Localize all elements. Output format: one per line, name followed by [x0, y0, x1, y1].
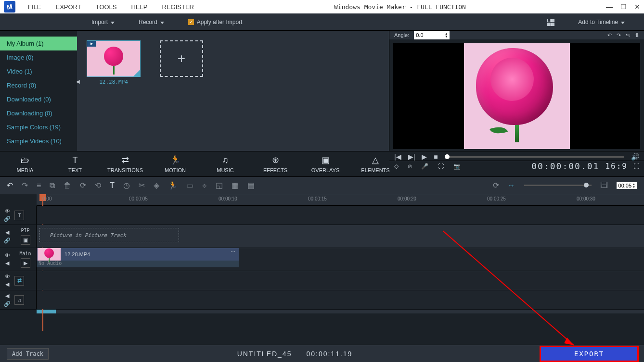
ruler-tick: 0:00 — [42, 196, 52, 201]
clip-menu-icon[interactable]: ⋯ — [231, 249, 236, 254]
angle-input[interactable]: 0.0▲▼ — [414, 31, 450, 39]
timeline-scrollbar[interactable] — [37, 310, 644, 313]
folder-icon: 🗁 — [21, 155, 29, 165]
apply-after-import-checkbox[interactable]: ✓Apply after Import — [188, 19, 243, 25]
menu-help[interactable]: HELP — [131, 3, 148, 11]
duration-input[interactable]: 00:05▲▼ — [617, 182, 637, 189]
sidebar-my-album[interactable]: My Album (1) — [0, 37, 77, 50]
delete-icon[interactable]: 🗑 — [64, 181, 71, 190]
crop-tool-icon[interactable]: ⛶ — [438, 163, 444, 170]
align-icon[interactable]: ≡ — [37, 181, 41, 190]
app-logo: M — [4, 1, 15, 12]
reverse-icon[interactable]: ⟲ — [95, 181, 101, 190]
tab-transitions[interactable]: ⇄TRANSITIONS — [100, 151, 150, 176]
pip-track-body[interactable]: Picture in Picture Track — [37, 225, 644, 248]
text-track: 👁🔗T — [0, 206, 644, 225]
maximize-button[interactable]: ☐ — [620, 3, 627, 11]
sidebar-downloading[interactable]: Downloading (0) — [0, 106, 77, 120]
undo-icon[interactable]: ↶ — [7, 181, 13, 190]
mosaic-icon[interactable]: ▦ — [232, 181, 239, 190]
screen-icon[interactable]: ▭ — [186, 181, 193, 190]
mute-icon[interactable]: ◀ — [5, 260, 9, 266]
eye-icon[interactable]: 👁 — [5, 274, 10, 279]
sidebar-collapse-handle[interactable]: ◀ — [76, 79, 80, 84]
rotate-ccw-icon[interactable]: ↶ — [607, 32, 612, 38]
aspect-ratio-display[interactable]: 16:9 — [605, 162, 628, 171]
text-tool-icon[interactable]: T — [110, 181, 115, 190]
tab-effects[interactable]: ⊛EFFECTS — [250, 151, 300, 176]
marker-icon[interactable]: ◈ — [154, 181, 159, 190]
mute-icon[interactable]: ◀ — [5, 293, 9, 299]
tab-music[interactable]: ♫MUSIC — [200, 151, 250, 176]
snapshot-icon[interactable]: 📷 — [453, 163, 461, 170]
menu-register[interactable]: REGISTER — [162, 3, 194, 11]
crop-icon[interactable]: ⟐ — [202, 181, 207, 190]
next-frame-button[interactable]: ▶| — [408, 153, 415, 161]
tab-motion[interactable]: 🏃MOTION — [150, 151, 200, 176]
run-icon[interactable]: 🏃 — [168, 181, 178, 190]
menu-file[interactable]: FILE — [28, 3, 41, 11]
add-media-button[interactable]: + — [160, 40, 203, 77]
timeline-ruler[interactable]: 0:00 00:00:05 00:00:10 00:00:15 00:00:20… — [37, 194, 644, 206]
import-dropdown[interactable]: Import — [91, 19, 115, 25]
main-track-body[interactable]: 12.28.MP4⋯ No Audio — [37, 248, 644, 271]
add-track-button[interactable]: Add Track — [7, 348, 49, 360]
eye-icon[interactable]: 👁 — [5, 252, 10, 258]
mute-icon[interactable]: ◀ — [5, 229, 9, 236]
redo-icon[interactable]: ↷ — [22, 181, 28, 190]
music-track-body[interactable] — [37, 290, 644, 309]
tab-media[interactable]: 🗁MEDIA — [0, 151, 50, 176]
menu-export[interactable]: EXPORT — [55, 3, 81, 11]
pip-icon[interactable]: ◱ — [216, 181, 223, 190]
fullscreen-icon[interactable]: ⛶ — [633, 163, 639, 170]
music-track-icon: ♫ — [14, 295, 24, 305]
close-button[interactable]: ✕ — [634, 3, 640, 11]
tab-overlays[interactable]: ▣OVERLAYS — [300, 151, 350, 176]
menu-tools[interactable]: TOOLS — [96, 3, 117, 11]
link-icon[interactable]: 🔗 — [4, 301, 11, 307]
sidebar-sample-videos[interactable]: Sample Videos (10) — [0, 134, 77, 148]
mic-icon[interactable]: 🎤 — [421, 163, 428, 170]
ruler-tick: 00:00:05 — [129, 196, 148, 201]
rotate-cw-icon[interactable]: ↷ — [617, 32, 621, 38]
main-track: 👁◀Main▶ 12.28.MP4⋯ No Audio — [0, 248, 644, 271]
zoom-slider[interactable] — [524, 185, 592, 186]
volume-icon[interactable]: 🔊 — [631, 153, 639, 161]
text-track-body[interactable] — [37, 206, 644, 225]
flip-horizontal-icon[interactable]: ⇋ — [626, 32, 630, 38]
film-icon[interactable]: 🎞 — [600, 181, 608, 190]
sidebar-video[interactable]: Video (1) — [0, 64, 77, 78]
cut-icon[interactable]: ✂ — [139, 181, 145, 190]
speed-icon[interactable]: ⟳ — [80, 181, 86, 190]
minimize-button[interactable]: — — [606, 3, 613, 11]
record-dropdown[interactable]: Record — [139, 19, 164, 25]
window-title: Windows Movie Maker - FULL FUNCTION — [194, 3, 606, 11]
flip-vertical-icon[interactable]: ⥮ — [635, 32, 639, 38]
media-clip[interactable]: ▶ 12.28.MP4 — [87, 40, 141, 141]
transitions-icon: ⇄ — [122, 155, 129, 165]
mute-icon[interactable]: ◀ — [5, 281, 9, 287]
fit-width-icon[interactable]: ↔ — [508, 181, 515, 190]
refresh-icon[interactable]: ⟳ — [493, 181, 499, 190]
tab-text[interactable]: TTEXT — [50, 151, 100, 176]
camera-tool-icon[interactable]: ⎚ — [408, 163, 412, 170]
eye-icon[interactable]: 👁 — [5, 208, 10, 214]
sidebar-downloaded[interactable]: Downloaded (0) — [0, 92, 77, 106]
grid-view-icon[interactable] — [547, 19, 554, 25]
calendar-icon[interactable]: ▤ — [247, 181, 255, 190]
sidebar-sample-colors[interactable]: Sample Colors (19) — [0, 120, 77, 134]
sidebar-image[interactable]: Image (0) — [0, 50, 77, 64]
export-button[interactable]: EXPORT — [541, 347, 637, 361]
play-button[interactable]: ▶ — [422, 153, 427, 161]
video-clip[interactable]: 12.28.MP4⋯ No Audio — [37, 248, 239, 267]
link-icon[interactable]: 🔗 — [4, 237, 11, 244]
stop-button[interactable]: ■ — [434, 153, 438, 161]
link-icon[interactable]: 🔗 — [4, 216, 11, 222]
sidebar-record[interactable]: Record (0) — [0, 78, 77, 92]
seek-slider[interactable] — [445, 156, 624, 158]
add-to-timeline-dropdown[interactable]: Add to Timeline — [578, 19, 625, 25]
transition-track-body[interactable] — [37, 271, 644, 290]
tab-elements[interactable]: △ELEMENTS — [350, 151, 400, 176]
timer-icon[interactable]: ◷ — [123, 181, 130, 190]
group-icon[interactable]: ⧉ — [50, 181, 55, 190]
